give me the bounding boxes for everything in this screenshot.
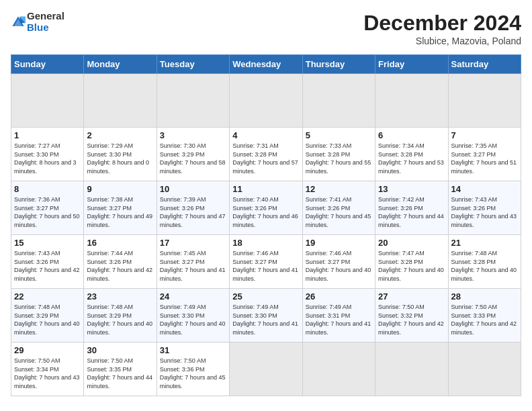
sunrise-text: Sunrise: 7:50 AM (14, 357, 81, 365)
daylight-text: Daylight: 7 hours and 55 minutes. (306, 158, 372, 175)
day-number: 28 (451, 291, 518, 302)
day-info: Sunrise: 7:48 AMSunset: 3:29 PMDaylight:… (87, 303, 153, 336)
calendar-cell: 16Sunrise: 7:44 AMSunset: 3:26 PMDayligh… (84, 235, 157, 289)
sunrise-text: Sunrise: 7:48 AM (451, 249, 518, 258)
calendar-week-row (11, 74, 521, 128)
calendar-cell: 2Sunrise: 7:29 AMSunset: 3:30 PMDaylight… (84, 128, 157, 181)
col-wednesday: Wednesday (230, 55, 302, 74)
month-title: December 2024 (363, 11, 521, 36)
daylight-text: Daylight: 7 hours and 41 minutes. (306, 320, 372, 336)
daylight-text: Daylight: 7 hours and 41 minutes. (160, 266, 226, 283)
day-number: 10 (160, 184, 226, 194)
calendar-cell: 30Sunrise: 7:50 AMSunset: 3:35 PMDayligh… (84, 342, 157, 396)
daylight-text: Daylight: 8 hours and 0 minutes. (87, 158, 153, 175)
daylight-text: Daylight: 7 hours and 40 minutes. (160, 320, 226, 336)
daylight-text: Daylight: 8 hours and 3 minutes. (14, 158, 81, 175)
daylight-text: Daylight: 7 hours and 40 minutes. (87, 320, 153, 336)
calendar-cell: 12Sunrise: 7:41 AMSunset: 3:26 PMDayligh… (302, 181, 375, 235)
day-info: Sunrise: 7:29 AMSunset: 3:30 PMDaylight:… (87, 142, 153, 175)
day-info: Sunrise: 7:43 AMSunset: 3:26 PMDaylight:… (451, 195, 518, 229)
sunset-text: Sunset: 3:29 PM (14, 312, 81, 320)
day-info: Sunrise: 7:50 AMSunset: 3:33 PMDaylight:… (451, 303, 518, 336)
calendar-week-row: 29Sunrise: 7:50 AMSunset: 3:34 PMDayligh… (11, 342, 521, 396)
sunset-text: Sunset: 3:26 PM (232, 204, 299, 213)
col-monday: Monday (84, 55, 157, 74)
sunrise-text: Sunrise: 7:41 AM (306, 195, 372, 204)
sunset-text: Sunset: 3:27 PM (87, 204, 153, 213)
day-number: 13 (378, 184, 445, 194)
sunset-text: Sunset: 3:30 PM (232, 312, 299, 320)
location-subtitle: Slubice, Mazovia, Poland (363, 36, 521, 46)
sunset-text: Sunset: 3:27 PM (160, 258, 226, 267)
sunset-text: Sunset: 3:27 PM (14, 204, 81, 213)
day-number: 7 (451, 130, 518, 140)
day-number: 31 (160, 345, 226, 355)
sunset-text: Sunset: 3:36 PM (160, 365, 226, 374)
calendar-cell (11, 74, 84, 128)
calendar-cell: 14Sunrise: 7:43 AMSunset: 3:26 PMDayligh… (448, 181, 521, 235)
day-info: Sunrise: 7:46 AMSunset: 3:27 PMDaylight:… (232, 249, 299, 283)
day-number: 11 (232, 184, 299, 194)
sunset-text: Sunset: 3:28 PM (306, 150, 372, 159)
calendar-cell: 3Sunrise: 7:30 AMSunset: 3:29 PMDaylight… (157, 128, 229, 181)
daylight-text: Daylight: 7 hours and 42 minutes. (378, 320, 445, 336)
daylight-text: Daylight: 7 hours and 40 minutes. (451, 266, 518, 283)
calendar-cell: 23Sunrise: 7:48 AMSunset: 3:29 PMDayligh… (84, 289, 157, 342)
sunrise-text: Sunrise: 7:42 AM (378, 195, 445, 204)
calendar-cell (448, 74, 521, 128)
calendar-cell: 13Sunrise: 7:42 AMSunset: 3:26 PMDayligh… (375, 181, 448, 235)
sunset-text: Sunset: 3:26 PM (451, 204, 518, 213)
calendar-cell: 24Sunrise: 7:49 AMSunset: 3:30 PMDayligh… (157, 289, 229, 342)
day-info: Sunrise: 7:38 AMSunset: 3:27 PMDaylight:… (87, 195, 153, 229)
sunrise-text: Sunrise: 7:30 AM (160, 142, 226, 150)
sunset-text: Sunset: 3:28 PM (378, 150, 445, 159)
calendar-cell: 10Sunrise: 7:39 AMSunset: 3:26 PMDayligh… (157, 181, 229, 235)
sunrise-text: Sunrise: 7:31 AM (232, 142, 299, 150)
sunrise-text: Sunrise: 7:33 AM (306, 142, 372, 150)
calendar-cell: 28Sunrise: 7:50 AMSunset: 3:33 PMDayligh… (448, 289, 521, 342)
sunset-text: Sunset: 3:35 PM (87, 365, 153, 374)
sunset-text: Sunset: 3:34 PM (14, 365, 81, 374)
sunset-text: Sunset: 3:29 PM (160, 150, 226, 159)
daylight-text: Daylight: 7 hours and 45 minutes. (160, 373, 226, 390)
day-info: Sunrise: 7:48 AMSunset: 3:28 PMDaylight:… (451, 249, 518, 283)
sunrise-text: Sunrise: 7:35 AM (451, 142, 518, 150)
sunset-text: Sunset: 3:27 PM (232, 258, 299, 267)
sunrise-text: Sunrise: 7:50 AM (451, 303, 518, 312)
day-number: 19 (306, 238, 372, 248)
calendar-cell: 11Sunrise: 7:40 AMSunset: 3:26 PMDayligh… (230, 181, 302, 235)
daylight-text: Daylight: 7 hours and 58 minutes. (160, 158, 226, 175)
sunrise-text: Sunrise: 7:50 AM (378, 303, 445, 312)
sunset-text: Sunset: 3:26 PM (306, 204, 372, 213)
daylight-text: Daylight: 7 hours and 42 minutes. (87, 266, 153, 283)
daylight-text: Daylight: 7 hours and 51 minutes. (451, 158, 518, 175)
calendar-cell: 17Sunrise: 7:45 AMSunset: 3:27 PMDayligh… (157, 235, 229, 289)
day-info: Sunrise: 7:49 AMSunset: 3:30 PMDaylight:… (232, 303, 299, 336)
sunset-text: Sunset: 3:30 PM (87, 150, 153, 159)
day-number: 6 (378, 130, 445, 140)
daylight-text: Daylight: 7 hours and 49 minutes. (87, 212, 153, 229)
day-info: Sunrise: 7:50 AMSunset: 3:35 PMDaylight:… (87, 357, 153, 390)
daylight-text: Daylight: 7 hours and 57 minutes. (232, 158, 299, 175)
sunset-text: Sunset: 3:28 PM (451, 258, 518, 267)
calendar-cell: 27Sunrise: 7:50 AMSunset: 3:32 PMDayligh… (375, 289, 448, 342)
day-number: 17 (160, 238, 226, 248)
sunrise-text: Sunrise: 7:49 AM (160, 303, 226, 312)
day-info: Sunrise: 7:45 AMSunset: 3:27 PMDaylight:… (160, 249, 226, 283)
day-number: 8 (14, 184, 81, 194)
calendar-week-row: 22Sunrise: 7:48 AMSunset: 3:29 PMDayligh… (11, 289, 521, 342)
sunset-text: Sunset: 3:33 PM (451, 312, 518, 320)
day-info: Sunrise: 7:40 AMSunset: 3:26 PMDaylight:… (232, 195, 299, 229)
day-info: Sunrise: 7:43 AMSunset: 3:26 PMDaylight:… (14, 249, 81, 283)
calendar-cell (230, 74, 302, 128)
sunrise-text: Sunrise: 7:38 AM (87, 195, 153, 204)
sunrise-text: Sunrise: 7:36 AM (14, 195, 81, 204)
day-number: 3 (160, 130, 226, 140)
day-number: 1 (14, 130, 81, 140)
logo-text: General Blue (27, 11, 64, 33)
day-number: 15 (14, 238, 81, 248)
daylight-text: Daylight: 7 hours and 40 minutes. (378, 266, 445, 283)
day-info: Sunrise: 7:44 AMSunset: 3:26 PMDaylight:… (87, 249, 153, 283)
header: General Blue December 2024 Slubice, Mazo… (11, 11, 521, 46)
day-number: 21 (451, 238, 518, 248)
